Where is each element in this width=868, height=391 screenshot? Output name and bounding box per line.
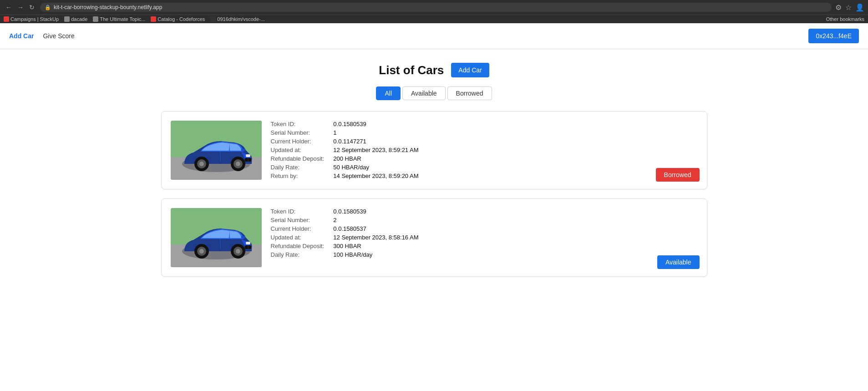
- updated-at-value-2: 12 September 2023, 8:58:16 AM: [333, 234, 697, 241]
- car-image-2: [171, 208, 262, 267]
- nav-give-score-link[interactable]: Give Score: [43, 32, 74, 40]
- bookmark-icon[interactable]: ☆: [845, 3, 852, 12]
- bookmark-ultimate[interactable]: The Ultimate Topic...: [93, 16, 145, 22]
- page-title: List of Cars: [379, 63, 444, 77]
- daily-rate-value-1: 50 HBAR/day: [333, 164, 697, 171]
- daily-rate-label-1: Daily Rate:: [271, 164, 325, 171]
- add-car-button[interactable]: Add Car: [451, 63, 489, 77]
- profile-icon[interactable]: 👤: [855, 3, 864, 12]
- forward-button[interactable]: →: [15, 3, 25, 12]
- lock-icon: 🔒: [45, 5, 51, 10]
- token-id-label-1: Token ID:: [271, 121, 325, 127]
- car-details: Token ID: 0.0.1580539 Serial Number: 1 C…: [271, 121, 698, 180]
- bookmarks-bar: Campaigns | StackUp dacade The Ultimate …: [0, 15, 868, 23]
- page-header: List of Cars Add Car: [9, 63, 859, 77]
- other-bookmarks-label: Other bookmarks: [826, 16, 864, 22]
- address-bar[interactable]: 🔒 kit-t-car-borrowing-stackup-bounty.net…: [40, 3, 832, 12]
- filter-tab-available[interactable]: Available: [402, 86, 446, 100]
- svg-point-20: [199, 249, 204, 254]
- other-bookmarks[interactable]: Other bookmarks: [826, 16, 864, 22]
- current-holder-label-2: Current Holder:: [271, 225, 325, 232]
- back-button[interactable]: ←: [4, 3, 14, 12]
- cars-list: Token ID: 0.0.1580539 Serial Number: 1 C…: [161, 111, 707, 277]
- reload-button[interactable]: ↻: [27, 3, 36, 12]
- refundable-deposit-value-2: 300 HBAR: [333, 243, 697, 249]
- filter-tabs: All Available Borrowed: [9, 86, 859, 100]
- refundable-deposit-label-1: Refundable Deposit:: [271, 155, 325, 162]
- extensions-icon[interactable]: ⚙: [835, 3, 842, 12]
- browser-chrome: ← → ↻ 🔒 kit-t-car-borrowing-stackup-boun…: [0, 0, 868, 15]
- svg-rect-28: [241, 236, 245, 239]
- bookmark-dacade-icon: [64, 16, 70, 22]
- nav-links: Add Car Give Score: [9, 32, 75, 40]
- nav-add-car-link[interactable]: Add Car: [9, 32, 34, 40]
- car-card: Token ID: 0.0.1580539 Serial Number: 1 C…: [161, 111, 707, 189]
- updated-at-value-1: 12 September 2023, 8:59:21 AM: [333, 147, 697, 153]
- bookmark-codeforces[interactable]: Catalog - Codeforces: [151, 16, 205, 22]
- token-id-label-2: Token ID:: [271, 208, 325, 215]
- svg-point-0: [211, 17, 215, 21]
- bookmark-vscode[interactable]: 0916dhkim/vscode-...: [210, 16, 265, 22]
- token-id-value-1: 0.0.1580539: [333, 121, 697, 127]
- bookmark-dacade-label: dacade: [71, 16, 87, 22]
- nav-buttons: ← → ↻: [4, 3, 36, 12]
- serial-number-value-1: 1: [333, 129, 697, 136]
- serial-number-label-1: Serial Number:: [271, 129, 325, 136]
- filter-tab-borrowed[interactable]: Borrowed: [447, 86, 492, 100]
- svg-rect-10: [246, 154, 250, 157]
- app-header: Add Car Give Score 0x243...f4eE: [0, 23, 868, 49]
- car-status-button-2[interactable]: Available: [657, 255, 700, 269]
- car-status-button-1[interactable]: Borrowed: [656, 168, 700, 182]
- updated-at-label-2: Updated at:: [271, 234, 325, 241]
- car-details-2: Token ID: 0.0.1580539 Serial Number: 2 C…: [271, 208, 698, 267]
- updated-at-label-1: Updated at:: [271, 147, 325, 153]
- filter-tab-all[interactable]: All: [376, 86, 401, 100]
- main-content: List of Cars Add Car All Available Borro…: [0, 49, 868, 391]
- bookmark-vscode-icon: [210, 16, 216, 22]
- bookmark-codeforces-label: Catalog - Codeforces: [157, 16, 205, 22]
- refundable-deposit-value-1: 200 HBAR: [333, 155, 697, 162]
- bookmark-ultimate-label: The Ultimate Topic...: [100, 16, 145, 22]
- serial-number-value-2: 2: [333, 217, 697, 223]
- return-by-label-1: Return by:: [271, 173, 325, 179]
- return-by-value-1: 14 September 2023, 8:59:20 AM: [333, 173, 697, 179]
- url-text: kit-t-car-borrowing-stackup-bounty.netli…: [54, 4, 162, 10]
- car-image: [171, 121, 262, 180]
- car-card-2: Token ID: 0.0.1580539 Serial Number: 2 C…: [161, 198, 707, 277]
- token-id-value-2: 0.0.1580539: [333, 208, 697, 215]
- bookmark-campaigns[interactable]: Campaigns | StackUp: [4, 16, 59, 22]
- bookmark-codeforces-icon: [151, 16, 156, 22]
- refundable-deposit-label-2: Refundable Deposit:: [271, 243, 325, 249]
- daily-rate-label-2: Daily Rate:: [271, 251, 325, 258]
- daily-rate-value-2: 100 HBAR/day: [333, 251, 697, 258]
- current-holder-value-2: 0.0.1580537: [333, 225, 697, 232]
- svg-rect-24: [246, 242, 250, 244]
- bookmark-dacade[interactable]: dacade: [64, 16, 87, 22]
- wallet-button[interactable]: 0x243...f4eE: [808, 29, 859, 43]
- current-holder-value-1: 0.0.1147271: [333, 138, 697, 145]
- svg-point-9: [236, 162, 240, 166]
- svg-point-6: [199, 162, 204, 166]
- bookmark-campaigns-icon: [4, 16, 9, 22]
- bookmark-campaigns-label: Campaigns | StackUp: [10, 16, 59, 22]
- bookmark-vscode-label: 0916dhkim/vscode-...: [217, 16, 265, 22]
- serial-number-label-2: Serial Number:: [271, 217, 325, 223]
- bookmark-ultimate-icon: [93, 16, 98, 22]
- current-holder-label-1: Current Holder:: [271, 138, 325, 145]
- svg-rect-14: [241, 149, 245, 151]
- svg-point-23: [236, 249, 240, 254]
